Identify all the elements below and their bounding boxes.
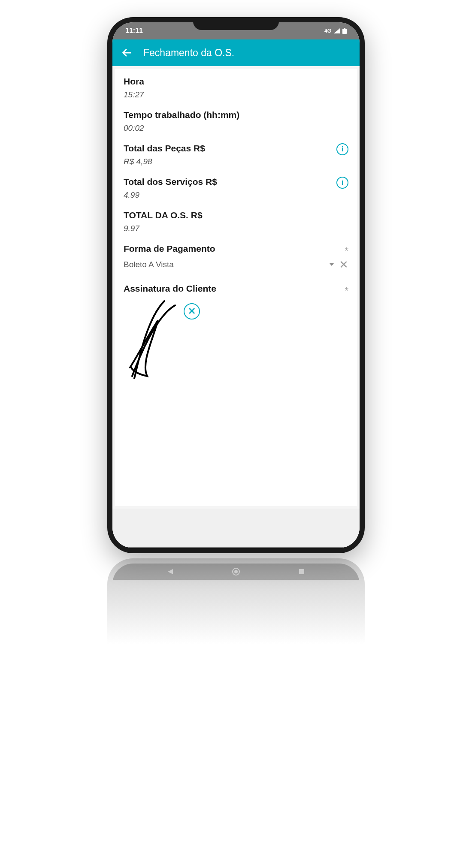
field-total-pecas: Total das Peças R$ R$ 4,98 i: [124, 143, 348, 166]
page-title: Fechamento da O.S.: [143, 47, 234, 59]
forma-pagamento-label: Forma de Pagamento: [124, 244, 348, 254]
hora-value: 15:27: [124, 90, 348, 99]
phone-reflection: [107, 558, 365, 644]
back-arrow-icon[interactable]: [121, 47, 133, 59]
svg-rect-7: [299, 569, 304, 574]
battery-icon: [342, 28, 347, 34]
svg-rect-0: [344, 28, 345, 29]
total-pecas-value: R$ 4,98: [124, 157, 348, 166]
bottom-action-bar: Avançar: [112, 547, 360, 548]
signature-canvas[interactable]: ✕: [124, 299, 348, 380]
svg-point-6: [234, 570, 238, 573]
tempo-value: 00:02: [124, 124, 348, 133]
field-total-os: TOTAL DA O.S. R$ 9.97: [124, 210, 348, 233]
info-icon-servicos[interactable]: i: [336, 177, 348, 189]
hora-label: Hora: [124, 76, 348, 87]
required-indicator-pagamento: *: [345, 245, 348, 256]
field-assinatura: Assinatura do Cliente * ✕: [124, 283, 348, 380]
clear-signature-icon[interactable]: ✕: [184, 303, 200, 319]
required-indicator-assinatura: *: [345, 285, 348, 296]
network-label: 4G: [324, 28, 331, 34]
tempo-label: Tempo trabalhado (hh:mm): [124, 110, 348, 120]
field-total-servicos: Total dos Serviços R$ 4.99 i: [124, 177, 348, 200]
status-time: 11:11: [125, 27, 143, 35]
phone-screen: 11:11 4G Fechamento da O.S. Hora 15:27: [112, 22, 360, 548]
info-icon-pecas[interactable]: i: [336, 143, 348, 155]
field-hora: Hora 15:27: [124, 76, 348, 99]
app-bar: Fechamento da O.S.: [112, 39, 360, 66]
field-forma-pagamento: Forma de Pagamento * Boleto A Vista ✕: [124, 244, 348, 273]
total-os-value: 9.97: [124, 224, 348, 233]
content-area: Hora 15:27 Tempo trabalhado (hh:mm) 00:0…: [112, 66, 360, 509]
notch: [193, 17, 279, 30]
svg-rect-1: [342, 29, 347, 34]
clear-pagamento-icon[interactable]: ✕: [339, 259, 348, 270]
chevron-down-icon: [330, 263, 334, 266]
assinatura-label: Assinatura do Cliente: [124, 283, 348, 294]
form-card: Hora 15:27 Tempo trabalhado (hh:mm) 00:0…: [115, 69, 357, 506]
total-servicos-value: 4.99: [124, 190, 348, 200]
status-icons: 4G: [324, 28, 347, 34]
bottom-spacer: [112, 509, 360, 547]
forma-pagamento-select[interactable]: Boleto A Vista ✕: [124, 259, 348, 273]
phone-frame: 11:11 4G Fechamento da O.S. Hora 15:27: [107, 17, 365, 553]
field-tempo: Tempo trabalhado (hh:mm) 00:02: [124, 110, 348, 133]
signal-icon: [334, 28, 340, 33]
total-pecas-label: Total das Peças R$: [124, 143, 348, 154]
total-servicos-label: Total dos Serviços R$: [124, 177, 348, 187]
forma-pagamento-value: Boleto A Vista: [124, 260, 330, 269]
total-os-label: TOTAL DA O.S. R$: [124, 210, 348, 220]
